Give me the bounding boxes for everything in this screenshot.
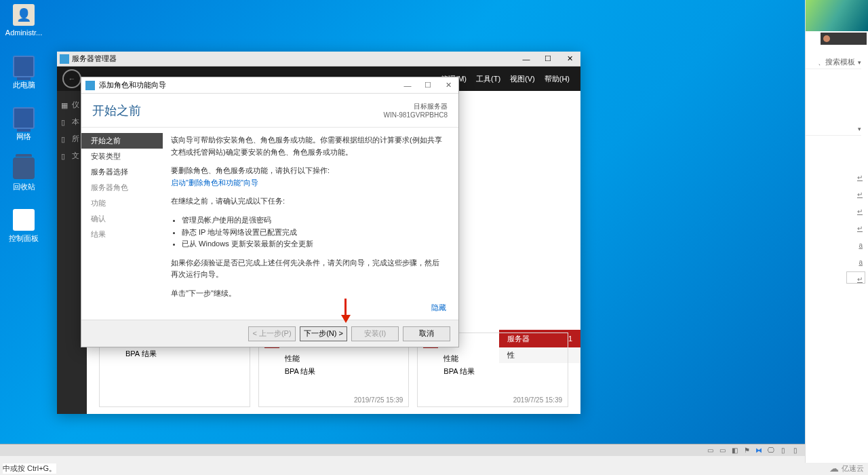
desktop-icon-recycle-bin[interactable]: 回收站 xyxy=(3,157,44,192)
previous-button: < 上一步(P) xyxy=(248,326,296,341)
cancel-button[interactable]: 取消 xyxy=(403,326,450,341)
tray-bluetooth-icon[interactable]: ⧓ xyxy=(755,446,763,455)
desktop-icon-network[interactable]: 网络 xyxy=(3,107,44,142)
user-icon xyxy=(13,4,35,26)
control-panel-icon xyxy=(13,209,35,231)
server-manager-icon xyxy=(60,54,69,64)
nav-server-roles: 服务器角色 xyxy=(81,180,163,195)
add-roles-wizard: 添加角色和功能向导 — ☐ ✕ 开始之前 目标服务器 WIN-981GVRPBH… xyxy=(81,77,459,347)
taskbar[interactable]: ▭ ▭ ◧ ⚑ ⧓ 🖵 ▯ ▯ xyxy=(0,444,805,456)
right-thumbnail[interactable] xyxy=(806,0,868,31)
tray-icon[interactable]: ◧ xyxy=(730,446,738,455)
nav-server-selection[interactable]: 服务器选择 xyxy=(81,164,163,180)
wizard-content: 该向导可帮助你安装角色、角色服务或功能。你需要根据组织的计算要求(例如共享文档或… xyxy=(163,128,458,320)
tray-icon[interactable]: ▭ xyxy=(718,446,726,455)
nav-install-type[interactable]: 安装类型 xyxy=(81,149,163,164)
server-manager-titlebar[interactable]: 服务器管理器 — ☐ ✕ xyxy=(57,52,580,66)
wizard-icon xyxy=(85,81,95,90)
tray-icon[interactable]: ⚑ xyxy=(743,446,751,455)
tray-monitor-icon[interactable]: 🖵 xyxy=(767,446,775,455)
wizard-close-button[interactable]: ✕ xyxy=(438,77,458,94)
next-button[interactable]: 下一步(N) > xyxy=(300,326,347,341)
wizard-header: 开始之前 目标服务器 WIN-981GVRPBHC8 xyxy=(81,94,458,128)
status-text: 中或按 Ctrl+G。 xyxy=(3,463,56,474)
menu-help[interactable]: 帮助(H) xyxy=(545,74,570,84)
desktop-icon-this-pc[interactable]: 此电脑 xyxy=(3,56,44,90)
wizard-heading: 开始之前 xyxy=(92,102,141,119)
right-userbar[interactable] xyxy=(821,33,867,45)
network-icon xyxy=(13,107,35,129)
tray-icon[interactable]: ▭ xyxy=(706,446,714,455)
right-panel: 、搜索模板▾ ▾ ↵ ↵ ↵ ↵ a a ↵ xyxy=(805,0,868,463)
install-button: 安装(I) xyxy=(351,326,399,341)
menu-view[interactable]: 视图(V) xyxy=(510,74,535,84)
tray-icon[interactable]: ▯ xyxy=(791,446,800,455)
system-tray[interactable]: ▭ ▭ ◧ ⚑ ⧓ 🖵 ▯ ▯ xyxy=(706,446,805,455)
nav-results: 结果 xyxy=(81,227,163,242)
close-button[interactable]: ✕ xyxy=(559,52,580,66)
maximize-button[interactable]: ☐ xyxy=(537,52,559,66)
remove-roles-link[interactable]: 启动"删除角色和功能"向导 xyxy=(171,178,258,187)
wizard-titlebar[interactable]: 添加角色和功能向导 — ☐ ✕ xyxy=(81,77,458,94)
right-input-box[interactable] xyxy=(846,271,865,284)
minimize-button[interactable]: — xyxy=(515,52,537,66)
pc-icon xyxy=(13,56,35,77)
back-button[interactable]: ← xyxy=(62,69,81,88)
nav-before-you-begin[interactable]: 开始之前 xyxy=(81,133,163,149)
right-marks: ↵ ↵ ↵ ↵ a a ↵ xyxy=(857,174,863,283)
nav-confirm: 确认 xyxy=(81,211,163,227)
hide-link[interactable]: 隐藏 xyxy=(431,302,446,314)
avatar-icon xyxy=(823,35,830,42)
right-dropdown[interactable]: ▾ xyxy=(806,122,861,136)
destination-server: WIN-981GVRPBHC8 xyxy=(384,111,448,119)
wizard-minimize-button[interactable]: — xyxy=(397,77,418,94)
search-templates[interactable]: 、搜索模板▾ xyxy=(806,56,861,69)
chevron-down-icon: ▾ xyxy=(858,59,861,66)
recycle-icon xyxy=(13,157,35,179)
destination-label: 目标服务器 xyxy=(384,102,448,111)
wizard-maximize-button[interactable]: ☐ xyxy=(418,77,438,94)
desktop-icon-control-panel[interactable]: 控制面板 xyxy=(3,209,44,244)
desktop: Administr... 此电脑 网络 回收站 控制面板 服务器管理器 — ☐ … xyxy=(0,0,805,456)
server-manager-title: 服务器管理器 xyxy=(72,54,117,64)
chevron-down-icon: ▾ xyxy=(858,126,861,132)
desktop-icon-administrator[interactable]: Administr... xyxy=(3,4,44,37)
wizard-title: 添加角色和功能向导 xyxy=(99,80,166,90)
cloud-icon: ☁ xyxy=(829,463,839,474)
menu-tools[interactable]: 工具(T) xyxy=(476,74,500,84)
nav-features: 功能 xyxy=(81,195,163,211)
wizard-footer: < 上一步(P) 下一步(N) > 安装(I) 取消 xyxy=(81,320,458,347)
wizard-nav: 开始之前 安装类型 服务器选择 服务器角色 功能 确认 结果 xyxy=(81,128,163,320)
brand-watermark: ☁ 亿速云 xyxy=(829,463,864,474)
tray-volume-icon[interactable]: ▯ xyxy=(779,446,787,455)
